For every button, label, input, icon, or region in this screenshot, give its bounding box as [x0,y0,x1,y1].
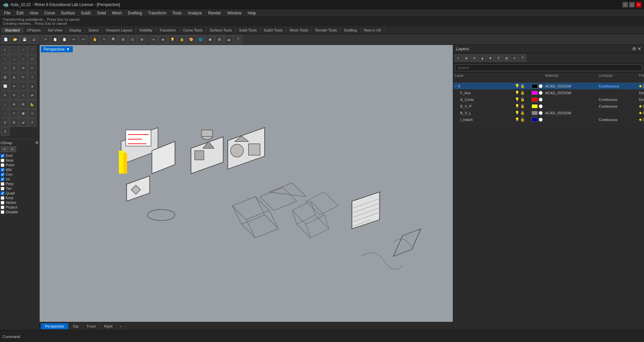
menu-file[interactable]: File [1,10,13,16]
tab-setview[interactable]: Set View [44,27,66,33]
layer-row-bvl[interactable]: B_V_L 💡 🔓 ACAD_ISO02W ◆ Default None [453,110,644,116]
move-up-button[interactable]: ▲ [479,54,486,62]
move-down-button[interactable]: ▼ [487,54,494,62]
menu-view[interactable]: View [27,10,41,16]
trim-tool[interactable]: ✂ [28,64,37,72]
layers-settings-icon[interactable]: ⚙ [632,46,636,51]
render-button[interactable]: ● [149,35,158,44]
gumball-tool[interactable]: ⊕ [10,118,18,127]
osnap-reset-btn[interactable]: ↺ [1,146,8,152]
snap-tool[interactable]: ⊡ [1,118,9,127]
layer-acorte-bulb-icon[interactable]: 💡 [515,97,520,102]
new-button[interactable]: 📄 [1,35,10,44]
add-viewport-tab[interactable]: + [117,323,125,329]
layer-bvp-bulb-icon[interactable]: 💡 [515,104,520,108]
tab-surface-tools[interactable]: Surface Tools [206,27,235,33]
viewport[interactable]: Perspective ▼ [40,45,453,330]
tab-subd-tools[interactable]: SubD Tools [260,27,286,33]
solid-box-tool[interactable]: ⬜ [1,82,9,91]
layers-close-icon[interactable]: ✕ [638,46,641,51]
info-tool[interactable]: ℹ [1,127,9,136]
menu-drafting[interactable]: Drafting [125,10,145,16]
tab-select[interactable]: Select [85,27,103,33]
fillet-tool[interactable]: ⌣ [1,100,9,109]
tab-display[interactable]: Display [66,27,85,33]
dim-tool[interactable]: ↔ [1,109,9,118]
layer-row-0[interactable]: ✓ 0 💡 🔓 ACAD_ISO02W Continuous ◆ Default… [453,83,644,90]
layer-bvl-lock-icon[interactable]: 🔓 [520,111,525,115]
analysis-tool[interactable]: 📐 [28,100,37,109]
tab-perspective[interactable]: Perspective [41,323,68,329]
menu-tools[interactable]: Tools [170,10,184,16]
layer-row-bvp[interactable]: B_V_P 💡 🔓 Continuous ◆ Default None [453,103,644,110]
menu-curve[interactable]: Curve [42,10,58,16]
add-layer-button[interactable]: + [454,54,462,62]
osnap-knot-check[interactable] [1,196,4,200]
move-tool[interactable]: ✛ [1,91,9,100]
osnap-disable-check[interactable] [1,210,4,214]
select-tool[interactable]: ↖ [1,46,9,54]
open-button[interactable]: 📂 [11,35,19,44]
menu-surface[interactable]: Surface [58,10,77,16]
solid-sphere-tool[interactable]: ● [10,82,18,91]
layer-faux-color[interactable] [532,91,538,95]
polygon-tool[interactable]: ⬡ [28,55,37,63]
polyline-tool[interactable]: ⌒ [28,46,37,54]
layer-faux-bulb-icon[interactable]: 💡 [515,91,520,95]
tab-right[interactable]: Right [100,323,117,329]
minimize-button[interactable]: ─ [623,2,628,7]
select-button[interactable]: ↖ [100,35,109,44]
tab-viewport-layout[interactable]: Viewport Layout [102,27,136,33]
delete-layer-button[interactable]: ✕ [471,54,478,62]
scale-tool[interactable]: ⤡ [19,91,28,100]
layers-filter-icon[interactable]: ⧖ [495,54,502,62]
osnap-end-check[interactable] [1,154,4,158]
layer-lhatch-linetype[interactable]: Continuous [599,118,639,122]
tab-top[interactable]: Top [68,323,83,329]
arc-tool[interactable]: ⌓ [10,55,18,63]
tab-solid-tools[interactable]: Solid Tools [235,27,260,33]
line-tool[interactable]: ∕ [19,46,28,54]
layer-0-color[interactable] [532,84,538,88]
spline-tool[interactable]: S [10,64,18,72]
material-button[interactable]: ◈ [159,35,167,44]
boolean-tool[interactable]: ⊕ [10,100,18,109]
solid-cylinder-tool[interactable]: ⌂ [19,82,28,91]
layer-0-lock-icon[interactable]: 🔓 [520,84,525,88]
layer-lhatch-color[interactable] [532,118,538,122]
offset-tool[interactable]: ⇉ [19,64,28,72]
layer-bvp-color[interactable] [532,104,538,108]
text-tool[interactable]: T [10,109,18,118]
surface-tool[interactable]: ▤ [1,73,9,81]
osnap-vertex-check[interactable] [1,201,4,205]
color-button[interactable]: 🎨 [187,35,196,44]
close-button[interactable]: ✕ [636,2,641,7]
layer-bvp-linetype[interactable]: Continuous [599,104,639,108]
cloud-button[interactable]: ☁ [224,35,233,44]
tab-new-v8[interactable]: New in V8 [361,27,384,33]
copy-button[interactable]: 📋 [51,35,59,44]
layer-0-linetype[interactable]: Continuous [599,84,639,88]
osnap-point-check[interactable] [1,163,4,167]
layer-lhatch-lock-icon[interactable]: 🔓 [520,117,525,122]
add-sublayer-button[interactable]: ⊕ [463,54,470,62]
osnap-mid-check[interactable] [1,168,4,172]
layers-list-icon[interactable]: ≡ [511,54,518,62]
layer-acorte-lock-icon[interactable]: 🔓 [520,97,525,102]
menu-window[interactable]: Window [225,10,245,16]
layer-bvl-bulb-icon[interactable]: 💡 [515,111,520,115]
mirror-tool[interactable]: ⇌ [28,91,37,100]
zoom-extent-button[interactable]: ⊡ [128,35,137,44]
circle-tool[interactable]: ○ [1,55,9,63]
layer-bvl-color[interactable] [532,111,538,115]
osnap-project-check[interactable] [1,206,4,209]
menu-analyze[interactable]: Analyze [185,10,205,16]
rotate-tool[interactable]: ↺ [10,91,18,100]
texture-button[interactable]: ◉ [206,35,214,44]
rect-tool[interactable]: □ [19,55,28,63]
zoom-selected-button[interactable]: ⊕ [138,35,146,44]
paint-tool[interactable]: 🖌 [19,118,28,127]
layer-row-acorte[interactable]: A_Corte 💡 🔓 Continuous Default None [453,96,644,103]
print-button[interactable]: 🖨 [30,35,38,44]
layer-acorte-color[interactable] [532,98,538,102]
